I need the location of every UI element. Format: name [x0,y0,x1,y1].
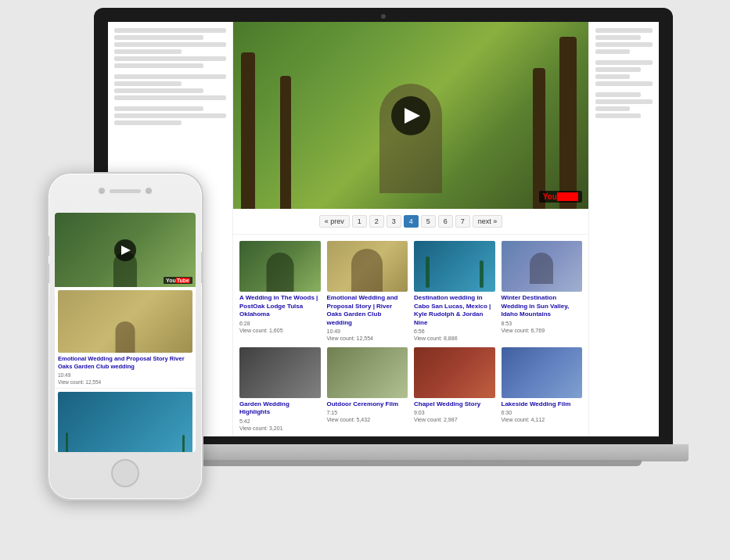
video-thumbnail-5 [239,347,321,398]
video-title-4: Winter Destination Wedding in Sun Valley… [502,294,583,318]
phone-video-card-2[interactable]: Destination wedding in Cabo San Lucas, 6… [55,389,196,453]
video-duration-1: 6:28 [239,321,321,326]
video-views-5: View count: 3,201 [239,425,321,431]
video-views-4: View count: 6,769 [502,328,583,333]
sidebar-line [114,56,226,61]
sidebar-line [114,63,203,68]
sidebar-line [114,35,203,40]
sidebar-line [114,106,203,111]
page-2-button[interactable]: 2 [369,215,384,228]
video-title-1: A Wedding in The Woods | PostOak Lodge T… [239,294,321,318]
video-thumbnail-8 [502,347,583,398]
video-card-3[interactable]: Destination wedding in Cabo San Lucas, M… [414,241,495,341]
video-duration-5: 5:42 [239,418,321,424]
video-views-3: View count: 8,886 [414,336,495,341]
page-4-button[interactable]: 4 [404,215,419,228]
sidebar-line [595,60,653,65]
video-title-7: Chapel Wedding Story [414,400,495,408]
phone-speaker [110,189,141,193]
sidebar-line [114,28,226,33]
video-card-8[interactable]: Lakeside Wedding Film 6:30 View count: 4… [502,347,583,431]
video-views-2: View count: 12,554 [327,336,408,341]
video-duration-3: 6:56 [414,328,495,334]
page-6-button[interactable]: 6 [438,215,453,228]
video-thumbnail-4 [502,241,583,292]
figure-silhouette [266,253,293,292]
page-3-button[interactable]: 3 [387,215,401,228]
site-sidebar-right [588,22,659,436]
video-card-4[interactable]: Winter Destination Wedding in Sun Valley… [502,241,583,341]
video-title-6: Outdoor Ceremony Film [327,400,408,408]
sidebar-line [114,95,226,100]
video-grid: A Wedding in The Woods | PostOak Lodge T… [233,235,588,436]
sidebar-line [595,99,653,104]
phone-volume-down [47,264,49,283]
palm-trunk [66,433,68,452]
palm-trunk-2 [480,260,484,288]
pagination: « prev 1 2 3 4 5 6 7 next » [233,209,588,235]
sidebar-block-3 [114,106,226,125]
video-views-8: View count: 4,112 [502,417,583,422]
video-card-1[interactable]: A Wedding in The Woods | PostOak Lodge T… [239,241,321,341]
video-duration-4: 8:53 [502,321,583,326]
sidebar-line [595,74,630,79]
video-duration-2: 10:49 [327,328,408,334]
figure-silhouette [116,321,135,353]
sidebar-block-2 [114,74,226,100]
sidebar-line [595,92,641,97]
sidebar-line [595,106,630,111]
phone-yt-you: You [166,278,176,283]
figure-silhouette [530,253,553,284]
sidebar-line [114,74,226,79]
palm-trunk [426,257,430,288]
next-page-button[interactable]: next » [473,215,503,228]
figure-silhouette [351,249,383,292]
phone-camera [99,188,105,194]
laptop-camera [381,14,386,19]
phone-power-button [201,252,203,283]
sidebar-line [595,113,641,118]
phone-main-video-thumb[interactable]: YouTube [55,213,196,287]
sidebar-line [595,42,653,47]
video-card-2[interactable]: Emotional Wedding and Proposal Story | R… [327,241,408,341]
video-card-7[interactable]: Chapel Wedding Story 9:03 View count: 2,… [414,347,495,431]
page-5-button[interactable]: 5 [421,215,436,228]
phone-home-button[interactable] [111,459,139,487]
youtube-tube: Tube [557,192,578,201]
video-thumbnail-2 [327,241,408,292]
video-card-6[interactable]: Outdoor Ceremony Film 7:15 View count: 5… [327,347,408,431]
sidebar-block-1 [114,28,226,68]
phone-card-thumb-1 [58,290,192,353]
phone-sensor [146,188,152,194]
tree-trunk [559,37,577,209]
page-7-button[interactable]: 7 [455,215,470,228]
video-views-6: View count: 5,432 [327,417,408,422]
palm-trunk-2 [182,435,185,452]
phone-yt-tube: Tube [176,278,190,283]
video-thumbnail-1 [239,241,321,292]
youtube-badge: YouTube [539,191,582,203]
video-thumbnail-7 [414,347,495,398]
sidebar-line [114,81,182,86]
phone-play-button[interactable] [114,239,136,261]
video-title-3: Destination wedding in Cabo San Lucas, M… [414,294,495,327]
phone-content: YouTube Emotional Wedding and Proposal S… [55,213,196,452]
sidebar-line [114,113,226,118]
page-1-button[interactable]: 1 [352,215,367,228]
video-title-8: Lakeside Wedding Film [502,400,583,408]
phone-video-card-1[interactable]: Emotional Wedding and Proposal Story Riv… [55,287,196,389]
video-duration-6: 7:15 [327,410,408,415]
sidebar-line [114,88,203,93]
phone-camera-area [99,188,152,194]
tree-trunk [533,68,545,209]
main-video-player[interactable]: YouTube [233,22,588,209]
prev-page-button[interactable]: « prev [319,215,350,228]
video-card-5[interactable]: Garden Wedding Highlights 5:42 View coun… [239,347,321,431]
phone-body: YouTube Emotional Wedding and Proposal S… [47,172,203,501]
phone-screen: YouTube Emotional Wedding and Proposal S… [55,213,196,452]
play-button[interactable] [391,96,430,135]
phone-device: YouTube Emotional Wedding and Proposal S… [47,172,203,501]
video-thumbnail-6 [327,347,408,398]
phone-card-views-1: View count: 12,554 [58,379,192,385]
sidebar-line [595,81,653,86]
